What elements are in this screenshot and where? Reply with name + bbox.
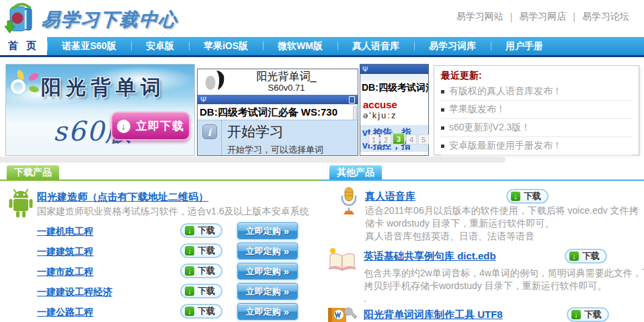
signal-icon: Ψ	[200, 95, 206, 104]
microphone-icon	[336, 186, 362, 218]
others-section-underline	[321, 179, 644, 181]
download-row: 一建建设工程经济 ↓ 下载 立即定购 »	[0, 282, 321, 303]
sentence-library-link[interactable]: 英语基础共享例句库 dict.edb	[364, 250, 496, 263]
menu-item-hint: 开始学习，可以选择单词	[227, 144, 323, 156]
voice-library-link[interactable]: 真人语音库	[365, 190, 415, 203]
nav-dictionary[interactable]: 易学习词库	[414, 37, 491, 55]
download-label: 下载	[198, 225, 215, 237]
download-label: 下载	[198, 265, 215, 277]
link-shop[interactable]: 易学习网店	[519, 11, 566, 23]
link-website[interactable]: 易学习网站	[456, 11, 504, 23]
sentence-library-desc: .	[364, 293, 366, 304]
dict-maker-link[interactable]: 阳光背单词词库制作工具 UTF8	[364, 309, 503, 321]
chevron-right-icon: »	[284, 306, 289, 317]
nav-home[interactable]: 首 页	[0, 37, 47, 55]
download-label: 下载	[198, 305, 215, 317]
order-now-button[interactable]: 立即定购 »	[237, 223, 298, 239]
item-link[interactable]: 一建建筑工程	[37, 246, 93, 258]
download-button[interactable]: ↓ 下载	[180, 284, 223, 298]
item-link[interactable]: 一建建设工程经济	[37, 286, 112, 298]
sentence-library-desc: 包含共享的约2w单词音标，4w单词的例句，简明词典需要此文件，下	[364, 268, 644, 280]
db-status-line: DB:四级考试词汇必备 WS:730	[198, 104, 358, 120]
builder-product-link[interactable]: 阳光建造师（点击有下载地址二维码）	[37, 191, 208, 204]
order-now-button[interactable]: 立即定购 »	[237, 243, 298, 259]
logo: 易学习下载中心	[4, 2, 178, 37]
phone-status-bar: Ψ	[198, 95, 358, 104]
pager-page-4[interactable]: 4	[406, 134, 417, 145]
item-link[interactable]: 一建公路工程	[37, 307, 93, 319]
flower-logo-icon	[8, 70, 40, 102]
voice-library-desc: 储卡 wordstudy 目录下，重新运行软件即可。	[365, 218, 555, 230]
downloads-section-tab: 下载产品	[7, 165, 59, 179]
signal-icon: Ψ	[362, 66, 368, 73]
order-label: 立即定购	[246, 225, 281, 237]
download-arrow-icon: ↓	[571, 310, 581, 319]
download-button[interactable]: ↓ 下载	[506, 189, 549, 204]
banner-download-label: 立即下载	[136, 118, 184, 134]
order-label: 立即定购	[246, 245, 281, 257]
banner-download-button[interactable]: ↓ 立即下载	[111, 112, 190, 140]
download-arrow-icon: ↓	[185, 286, 194, 296]
main-nav: 首 页 诺基亚S60版 安卓版 苹果iOS版 微软WM版 真人语音库 易学习词库…	[0, 37, 644, 57]
menu-item-label: 开始学习	[227, 122, 323, 141]
bullet-icon	[441, 108, 444, 112]
order-label: 立即定购	[246, 266, 281, 278]
download-label: 下载	[582, 250, 600, 262]
order-label: 立即定购	[246, 306, 281, 318]
download-button[interactable]: ↓ 下载	[180, 304, 223, 319]
pager-page-5[interactable]: 5	[418, 134, 429, 145]
download-button[interactable]: ↓ 下载	[180, 223, 223, 238]
menu-icon-column: i	[198, 120, 222, 156]
nav-ios[interactable]: 苹果iOS版	[189, 37, 263, 55]
download-arrow-icon: ↓	[185, 226, 194, 235]
order-now-button[interactable]: 立即定购 »	[237, 283, 298, 300]
word-phonetic: ə'kju:z	[360, 110, 428, 122]
download-button[interactable]: ↓ 下载	[180, 264, 223, 278]
download-button[interactable]: ↓ 下载	[567, 307, 609, 322]
item-link[interactable]: 一建机电工程	[37, 226, 93, 238]
app-name: 阳光背单词_	[229, 71, 344, 83]
order-now-button[interactable]: 立即定购 »	[237, 263, 298, 280]
pager-page-3-active[interactable]: 3	[393, 133, 405, 145]
banner-title: 阳光背单词	[41, 74, 165, 102]
bullet-icon	[441, 145, 444, 148]
app-version: S60v0.71	[229, 83, 344, 93]
download-arrow-icon: ↓	[185, 246, 194, 255]
nav-nokia-s60[interactable]: 诺基亚S60版	[47, 37, 131, 55]
app-logo-icon	[203, 70, 229, 94]
item-link[interactable]: 一建市政工程	[37, 266, 93, 278]
download-arrow-icon: ↓	[185, 266, 194, 276]
nav-manual[interactable]: 用户手册	[491, 37, 558, 55]
pager-page-1[interactable]: 1	[368, 134, 379, 145]
carousel-pager: 1 2 3 4 5	[368, 133, 429, 145]
update-text: 有版权的真人语音库发布！	[449, 85, 562, 97]
pager-page-2[interactable]: 2	[380, 134, 391, 145]
update-item[interactable]: 有版权的真人语音库发布！	[441, 83, 632, 101]
update-item[interactable]: s60更新到V2.3版！	[441, 119, 632, 137]
download-button[interactable]: ↓ 下载	[565, 249, 607, 264]
voice-library-desc: 真人语音库包括英语、日语、法语等语音	[365, 231, 534, 243]
screen-spacer	[360, 74, 428, 81]
nav-wm[interactable]: 微软WM版	[263, 37, 337, 55]
update-text: 苹果版发布！	[449, 104, 506, 116]
download-row: 一建公路工程 ↓ 下载 立即定购 »	[0, 303, 321, 322]
download-label: 下载	[524, 190, 541, 202]
download-button[interactable]: ↓ 下载	[180, 243, 223, 258]
order-now-button[interactable]: 立即定购 »	[237, 303, 298, 320]
update-text: s60更新到V2.3版！	[449, 122, 530, 134]
update-item[interactable]: 苹果版发布！	[441, 101, 632, 119]
phone-status-bar: Ψ	[360, 65, 428, 74]
header: 易学习下载中心 易学习网站 | 易学习网店 | 易学习论坛	[0, 0, 644, 37]
nav-android[interactable]: 安卓版	[131, 37, 189, 55]
app-screenshot-menu: 阳光背单词_ S60v0.71 Ψ DB:四级考试词汇必备 WS:730 i 开…	[197, 69, 358, 156]
word-headword: accuse	[360, 99, 428, 110]
link-forum[interactable]: 易学习论坛	[582, 11, 629, 23]
header-links: 易学习网站 | 易学习网店 | 易学习论坛	[450, 11, 636, 23]
link-separator: |	[573, 11, 575, 22]
chevron-right-icon: »	[284, 266, 289, 277]
update-item[interactable]: 安卓版最新使用手册发布！	[441, 137, 632, 155]
download-row: 一建建筑工程 ↓ 下载 立即定购 »	[0, 242, 321, 262]
download-arrow-icon: ↓	[511, 192, 520, 201]
download-label: 下载	[584, 309, 602, 321]
nav-voice-library[interactable]: 真人语音库	[337, 37, 414, 55]
